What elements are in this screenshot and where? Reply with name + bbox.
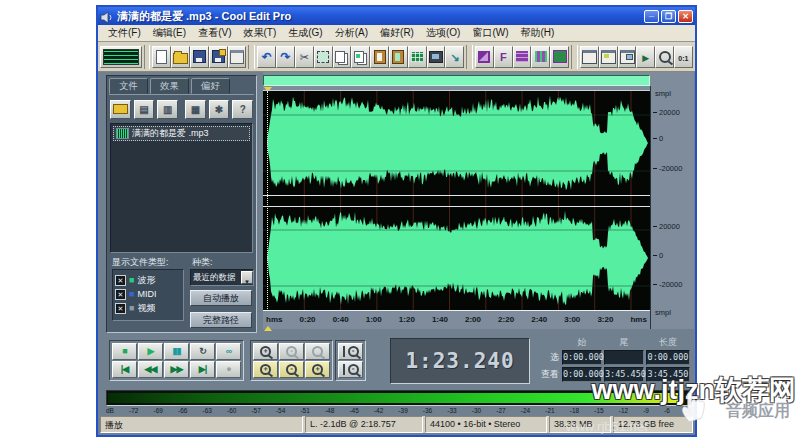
organizer-toolbar: ▤ ▥ ▦ ✱ ? <box>110 98 253 120</box>
menu-item[interactable]: 帮助(H) <box>515 26 561 40</box>
maximize-button[interactable] <box>661 10 676 23</box>
file-list-item[interactable]: 满满的都是爱 .mp3 <box>113 126 250 141</box>
amp-label: -20000 <box>655 164 682 173</box>
menu-item[interactable]: 查看(V) <box>192 26 237 40</box>
info-window-button[interactable] <box>618 46 637 68</box>
organizer-button-icon: ▤ <box>139 104 148 115</box>
close-file[interactable]: ▤ <box>134 100 155 119</box>
play-button[interactable]: ▶ <box>138 343 163 360</box>
go-to-end-button[interactable]: ▶| <box>190 361 215 378</box>
row-label-view: 查看 <box>534 367 560 382</box>
batch-process-button[interactable] <box>427 46 446 68</box>
cut-button[interactable] <box>295 46 314 68</box>
pause-button[interactable]: ▮▮ <box>164 343 189 360</box>
menu-item[interactable]: 窗口(W) <box>466 26 514 40</box>
file-type-checkbox[interactable]: ✕ <box>115 303 126 314</box>
time-ruler[interactable]: hms0:200:401:001:201:402:002:202:403:003… <box>263 310 650 327</box>
file-type-checkbox[interactable]: ✕ <box>115 289 126 300</box>
open-file[interactable] <box>110 100 131 119</box>
cursor-marker-bottom-icon <box>264 326 272 331</box>
menu-item[interactable]: 分析(A) <box>329 26 374 40</box>
record-button[interactable]: ● <box>216 361 241 378</box>
close-button[interactable] <box>678 10 693 23</box>
sel-length-field[interactable]: 0:00.000 <box>646 350 690 365</box>
sort-dropdown-arrow[interactable] <box>241 271 253 284</box>
transport-glyph-icon: ▶ <box>148 347 154 356</box>
zoom-in-horizontal-button[interactable]: + <box>253 361 278 378</box>
effects-rack-button[interactable] <box>475 46 494 68</box>
save-as-button[interactable] <box>209 46 228 68</box>
organizer-tab[interactable]: 文件 <box>109 78 148 94</box>
fx2-icon <box>500 49 507 64</box>
noise-reduction-button[interactable] <box>531 46 550 68</box>
fx1-icon <box>478 51 490 63</box>
page-icon <box>156 50 167 64</box>
find-window-button[interactable] <box>655 46 674 68</box>
zoom-in-button[interactable]: + <box>253 343 278 360</box>
organizer-tab[interactable]: 偏好 <box>191 78 230 94</box>
fft-filter-button[interactable] <box>494 46 513 68</box>
envelope-effect-button[interactable] <box>513 46 532 68</box>
rewind-button[interactable]: ◀◀ <box>138 361 163 378</box>
speaker-app-icon <box>100 10 114 23</box>
copy-button[interactable] <box>333 46 352 68</box>
zoom-out-button[interactable]: - <box>279 343 304 360</box>
paste-button[interactable] <box>370 46 389 68</box>
menu-item[interactable]: 生成(G) <box>282 26 328 40</box>
file-options[interactable]: ✱ <box>209 100 230 119</box>
zoom-vertical-button[interactable]: + <box>305 361 330 378</box>
sel-end-field[interactable] <box>604 350 644 365</box>
zoom-to-selection-right-button[interactable]: - <box>338 361 363 378</box>
undo-button[interactable] <box>257 46 276 68</box>
menu-item[interactable]: 选项(O) <box>420 26 466 40</box>
auto-play-button[interactable]: 自动播放 <box>190 290 252 306</box>
sort-files[interactable]: ▦ <box>185 100 206 119</box>
mix-paste-button[interactable] <box>389 46 408 68</box>
time-ruler-label: hms <box>630 315 646 324</box>
play-looped-button[interactable]: ↻ <box>190 343 215 360</box>
save-file-button[interactable] <box>190 46 209 68</box>
amplitude-ruler[interactable]: smpl 20000 0 -20000 20000 0 -20000 smpl <box>650 86 694 329</box>
fast-forward-button[interactable]: ▶▶ <box>164 361 189 378</box>
copy-to-new-button[interactable] <box>351 46 370 68</box>
time-window-button[interactable] <box>674 46 693 68</box>
menu-item[interactable]: 文件(F) <box>102 26 147 40</box>
full-paths-button[interactable]: 完整路径 <box>190 312 252 328</box>
cd-player-window-button[interactable] <box>580 46 599 68</box>
organizer-tab[interactable]: 效果 <box>150 78 189 94</box>
zoom-to-selection-left-button[interactable]: - <box>338 343 363 360</box>
insert-into-multitrack[interactable]: ▥ <box>157 100 178 119</box>
file-type-checkbox[interactable]: ✕ <box>115 275 126 286</box>
menu-item[interactable]: 偏好(R) <box>374 26 420 40</box>
file-list[interactable]: 满满的都是爱 .mp3 <box>110 123 253 253</box>
menu-item[interactable]: 编辑(E) <box>147 26 192 40</box>
minimize-button[interactable] <box>644 10 659 23</box>
sort-dropdown[interactable]: 最近的数据 <box>190 269 254 286</box>
sel-begin-field[interactable]: 0:00.000 <box>562 350 602 365</box>
waveform-display[interactable] <box>263 90 650 311</box>
zoom-full-button[interactable] <box>305 343 330 360</box>
new-file-button[interactable] <box>152 46 171 68</box>
menu-item[interactable]: 效果(T) <box>237 26 282 40</box>
open-file-button[interactable] <box>171 46 190 68</box>
mixer-window-button[interactable] <box>599 46 618 68</box>
transport-glyph-icon: ▶▶ <box>171 365 183 374</box>
overview-bar[interactable] <box>263 75 650 86</box>
trim-button[interactable] <box>314 46 333 68</box>
magnifier-icon: - <box>286 346 297 357</box>
convert-sample-type-button[interactable] <box>408 46 427 68</box>
loop-button[interactable]: ∞ <box>216 343 241 360</box>
playback-cursor[interactable] <box>267 91 268 311</box>
waveform-multitrack-toggle-button[interactable] <box>100 46 142 68</box>
file-info-button[interactable] <box>228 46 247 68</box>
play-window-button[interactable] <box>636 46 655 68</box>
go-to-start-button[interactable]: |◀ <box>112 361 137 378</box>
time-display[interactable]: 1:23.240 <box>390 338 530 384</box>
stop-button[interactable]: ■ <box>112 343 137 360</box>
normalize-button[interactable] <box>445 46 464 68</box>
watermark-sub: 音频应用 <box>726 401 790 422</box>
redo-button[interactable] <box>276 46 295 68</box>
help[interactable]: ? <box>232 100 253 119</box>
zoom-out-horizontal-button[interactable]: - <box>279 361 304 378</box>
amplify-effect-button[interactable] <box>550 46 569 68</box>
